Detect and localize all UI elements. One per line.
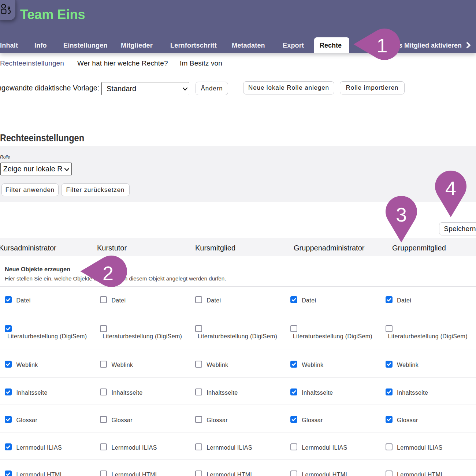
svg-text:1: 1 <box>376 34 387 56</box>
svg-text:3: 3 <box>396 204 407 226</box>
svg-text:2: 2 <box>103 262 114 284</box>
svg-text:4: 4 <box>445 177 456 199</box>
